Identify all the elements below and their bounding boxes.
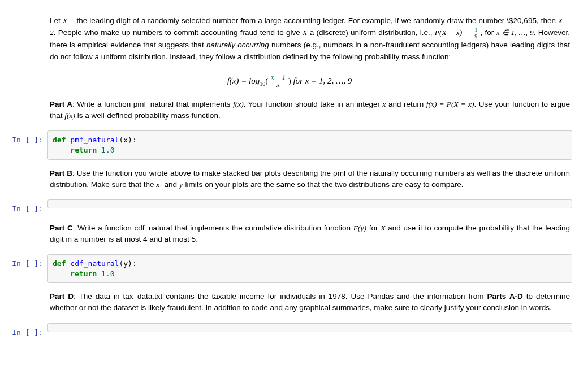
args: (y): — [119, 259, 136, 268]
math: f(x) — [233, 100, 244, 108]
code-input[interactable]: def cdf_natural(y): return 1.0 — [47, 254, 572, 283]
math: x ∈ 1, …, 9 — [496, 28, 534, 37]
input-prompt: In [ ]: — [7, 323, 47, 338]
text: is a well-defined probability mass funct… — [75, 111, 221, 120]
text: : Write a function pmf_natural that impl… — [72, 100, 233, 108]
input-prompt: In [ ]: — [7, 130, 47, 146]
indent — [53, 269, 70, 278]
text: for — [366, 224, 381, 232]
code-input[interactable]: def pmf_natural(x): return 1.0 — [47, 130, 572, 159]
formula-lhs: f(x) = log — [227, 76, 260, 85]
math: X = — [63, 16, 77, 25]
literal: 1.0 — [97, 146, 114, 154]
parts-ref: Parts A-D — [487, 292, 522, 300]
input-prompt: In [ ]: — [7, 199, 47, 215]
text: , for — [481, 28, 496, 37]
text: -limits on your plots are the same so th… — [183, 180, 464, 189]
text: the leading digit of a randomly selected… — [77, 16, 559, 25]
code-cell-4: In [ ]: — [7, 323, 572, 338]
denominator: 9 — [473, 33, 479, 40]
args: (x): — [119, 136, 136, 144]
emphasis: naturally occurring — [206, 41, 269, 49]
denominator: x — [269, 81, 287, 89]
text: Let — [50, 16, 63, 25]
text: . Your function should take in an intege… — [244, 100, 383, 108]
part-c-text: Part C: Write a function cdf_natural tha… — [47, 220, 572, 251]
code-input[interactable] — [47, 323, 572, 332]
text: : The data in tax_data.txt contains the … — [74, 292, 487, 300]
fraction: x + 1x — [269, 74, 287, 89]
part-a-label: Part A — [50, 100, 72, 108]
kw-return: return — [70, 269, 97, 278]
pmf-formula: f(x) = log10(x + 1x) for x = 1, 2, …, 9 — [7, 74, 572, 89]
literal: 1.0 — [97, 269, 114, 278]
part-d-label: Part D — [50, 292, 74, 300]
math: P(X = x) = — [435, 28, 472, 37]
text: . People who make up numbers to commit a… — [54, 28, 303, 37]
text: and return — [386, 100, 426, 108]
fraction: 19 — [473, 27, 479, 40]
math: f(x) = P(X = x) — [426, 100, 474, 108]
code-input[interactable] — [47, 199, 572, 208]
for-clause: for x = 1, 2, …, 9 — [291, 76, 352, 85]
input-prompt: In [ ]: — [7, 254, 47, 269]
part-c-label: Part C — [50, 224, 73, 232]
part-b-text: Part B: Use the function you wrote above… — [47, 165, 572, 197]
math: F(y) — [353, 224, 366, 232]
kw-def: def — [53, 136, 66, 144]
text: - and — [159, 180, 179, 189]
part-b-label: Part B — [50, 169, 72, 177]
part-a-text: Part A: Write a function pmf_natural tha… — [47, 97, 572, 128]
text: a (discrete) uniform distribution, i.e., — [307, 28, 434, 37]
fn-name: cdf_natural — [70, 259, 119, 268]
code-cell-1: In [ ]: def pmf_natural(x): return 1.0 — [7, 130, 572, 159]
divider — [7, 8, 572, 8]
fn-name: pmf_natural — [70, 136, 119, 144]
subscript: 10 — [260, 80, 265, 86]
part-d-text: Part D: The data in tax_data.txt contain… — [47, 289, 572, 320]
notebook: Let X = the leading digit of a randomly … — [7, 8, 572, 338]
indent — [53, 146, 70, 154]
intro-text: Let X = the leading digit of a randomly … — [47, 13, 572, 68]
kw-def: def — [53, 259, 66, 268]
lparen: ( — [265, 76, 268, 85]
code-cell-2: In [ ]: — [7, 199, 572, 215]
numerator: 1 — [473, 27, 479, 33]
math: f(x) — [64, 111, 75, 120]
text: : Write a function cdf_natural that impl… — [73, 224, 353, 232]
kw-return: return — [70, 146, 97, 154]
code-cell-3: In [ ]: def cdf_natural(y): return 1.0 — [7, 254, 572, 283]
numerator: x + 1 — [269, 74, 287, 82]
